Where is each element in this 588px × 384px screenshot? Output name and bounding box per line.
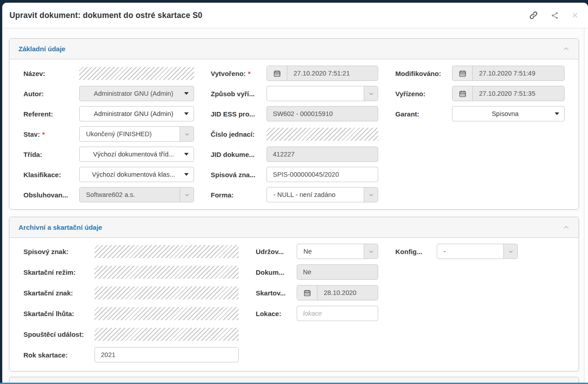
- dialog-header: Upravit dokument: dokument do ostré skar…: [2, 3, 588, 28]
- konfigurace-label: Konfig...: [395, 248, 437, 255]
- vytvoreno-label: Vytvořeno:*: [211, 70, 267, 77]
- spisovy-znak-label: Spisový znak:: [23, 248, 95, 255]
- lokace-label: Lokace:: [256, 310, 297, 317]
- field-row-skartacni-rezim: Skartační režim:: [23, 264, 239, 280]
- vyrizeno-label: Vyřízeno:: [395, 90, 452, 98]
- jid-ess-label: JID ESS pro...: [211, 110, 267, 118]
- referent-label: Referent:: [23, 110, 79, 118]
- lokace-input[interactable]: [297, 306, 378, 321]
- skartacni-rezim-label: Skartační režim:: [23, 268, 95, 276]
- dokument-input[interactable]: [297, 264, 378, 280]
- field-row-vyrizeno: Vyřízeno: 27.10.2020 7:51:35: [395, 86, 565, 101]
- dialog-body: Základní údaje Název: Autor: Administrat…: [2, 28, 584, 384]
- autor-dropdown[interactable]: Administrator GNU (Admin): [79, 86, 194, 101]
- skartovat-value: 28.10.2020: [317, 286, 378, 300]
- trida-label: Třída:: [23, 151, 79, 158]
- nazev-label: Název:: [23, 70, 79, 77]
- field-row-nazev: Název:: [23, 66, 194, 81]
- skartacni-rezim-disabled-field: [95, 266, 239, 279]
- calendar-icon[interactable]: [297, 286, 317, 300]
- link-icon[interactable]: [529, 11, 538, 20]
- panel-archivni-skartacni-udaje: Archivní a skartační údaje Spisový znak:…: [9, 217, 579, 371]
- vytvoreno-value: 27.10.2020 7:51:21: [287, 66, 378, 80]
- field-row-zpusob-vyrizeni: Způsob vyří...: [211, 86, 378, 101]
- close-icon[interactable]: ×: [572, 10, 578, 21]
- field-row-udrzovat: Udržov... Ne: [256, 244, 378, 259]
- collapse-chevron-up-icon[interactable]: [563, 224, 570, 231]
- calendar-icon[interactable]: [452, 86, 473, 101]
- caret-down-icon: [184, 112, 189, 115]
- panel-body-archivni-skartacni: Spisový znak: Skartační režim: Skartační…: [9, 238, 579, 371]
- garant-dropdown[interactable]: Spisovna: [452, 106, 565, 121]
- panel-body-zakladni-udaje: Název: Autor: Administrator GNU (Admin) …: [9, 59, 579, 209]
- udrzovat-label: Udržov...: [256, 248, 297, 255]
- field-row-garant: Garant: Spisovna: [395, 106, 565, 121]
- panel-zakladni-udaje: Základní údaje Název: Autor: Administrat…: [9, 38, 579, 210]
- field-row-spisova-znacka: Spisová zna...: [211, 167, 378, 182]
- spisovy-znak-disabled-field: [95, 245, 239, 258]
- dialog-title: Upravit dokument: dokument do ostré skar…: [9, 11, 203, 20]
- stav-select[interactable]: Ukončený (FINISHED): [79, 126, 194, 142]
- skartovat-label: Skartov...: [256, 289, 297, 297]
- klasifikace-dropdown[interactable]: Výchozí dokumentová klas...: [79, 167, 194, 182]
- konfigurace-select[interactable]: -: [437, 244, 518, 259]
- field-row-dokument: Dokum...: [256, 264, 378, 280]
- collapse-chevron-up-icon[interactable]: [563, 45, 570, 52]
- dokument-label: Dokum...: [256, 268, 297, 276]
- field-row-spousteci-udalost: Spouštěcí událost:: [23, 326, 239, 342]
- share-icon[interactable]: [551, 11, 559, 20]
- calendar-icon[interactable]: [267, 66, 287, 80]
- field-row-obsluhovana: Obsluhovan... Software602 a.s.: [23, 187, 194, 202]
- field-row-skartacni-lhuta: Skartační lhůta:: [23, 306, 239, 321]
- caret-down-icon: [184, 153, 189, 156]
- chevron-down-icon: [180, 127, 194, 141]
- jid-dokumentu-label: JID dokume...: [211, 151, 267, 158]
- jid-ess-input[interactable]: [267, 106, 378, 121]
- field-row-forma: Forma: - NULL - není zadáno: [211, 187, 378, 202]
- field-row-skartacni-znak: Skartační znak:: [23, 285, 239, 300]
- panel-header-zakladni-udaje[interactable]: Základní údaje: [9, 39, 579, 59]
- forma-label: Forma:: [211, 191, 267, 199]
- jid-dokumentu-input[interactable]: [267, 147, 378, 162]
- field-row-trida: Třída: Výchozí dokumentová tříd...: [23, 147, 194, 162]
- chevron-down-icon: [364, 86, 378, 101]
- chevron-down-icon: [364, 188, 378, 202]
- garant-label: Garant:: [395, 110, 452, 118]
- skartacni-znak-disabled-field: [95, 286, 239, 299]
- required-marker: *: [42, 130, 45, 138]
- obsluhovana-label: Obsluhovan...: [23, 191, 79, 199]
- caret-down-icon: [184, 173, 189, 176]
- field-row-skartovat: Skartov... 28.10.2020: [256, 285, 378, 300]
- zpusob-vyrizeni-label: Způsob vyří...: [211, 90, 267, 98]
- udrzovat-select[interactable]: Ne: [297, 244, 378, 259]
- spisova-znacka-input[interactable]: [267, 167, 378, 182]
- calendar-icon[interactable]: [452, 66, 473, 80]
- field-row-rok-skartace: Rok skartace:: [23, 347, 239, 362]
- obsluhovana-select[interactable]: Software602 a.s.: [79, 187, 194, 202]
- vyrizeno-value: 27.10.2020 7:51:35: [473, 86, 564, 101]
- skartacni-znak-label: Skartační znak:: [23, 289, 95, 297]
- caret-down-icon: [184, 92, 189, 95]
- field-row-modifikovano: Modifikováno: 27.10.2020 7:51:49: [395, 66, 565, 81]
- dialog-header-actions: ×: [529, 10, 581, 21]
- cislo-jednaci-label: Číslo jednací:: [211, 130, 267, 138]
- spousteci-udalost-disabled-field: [95, 328, 239, 341]
- field-row-vytvoreno: Vytvořeno:* 27.10.2020 7:51:21: [211, 66, 378, 81]
- panel-title: Archivní a skartační údaje: [18, 223, 102, 231]
- field-row-stav: Stav:* Ukončený (FINISHED): [23, 126, 194, 142]
- referent-dropdown[interactable]: Administrator GNU (Admin): [79, 106, 194, 121]
- modifikovano-label: Modifikováno:: [395, 70, 452, 77]
- panel-title: Základní údaje: [18, 45, 65, 53]
- panel-header-archivni-skartacni[interactable]: Archivní a skartační údaje: [9, 217, 579, 238]
- cislo-jednaci-disabled-field: [267, 128, 378, 141]
- chevron-down-icon: [180, 188, 194, 202]
- skartovat-datepicker: 28.10.2020: [297, 285, 378, 300]
- zpusob-vyrizeni-select[interactable]: [267, 86, 378, 101]
- field-row-cislo-jednaci: Číslo jednací:: [211, 126, 378, 142]
- field-row-lokace: Lokace:: [256, 306, 378, 321]
- nazev-disabled-field: [79, 67, 194, 80]
- rok-skartace-input[interactable]: [95, 347, 239, 362]
- trida-dropdown[interactable]: Výchozí dokumentová tříd...: [79, 147, 194, 162]
- field-row-klasifikace: Klasifikace: Výchozí dokumentová klas...: [23, 167, 194, 182]
- forma-select[interactable]: - NULL - není zadáno: [267, 187, 378, 202]
